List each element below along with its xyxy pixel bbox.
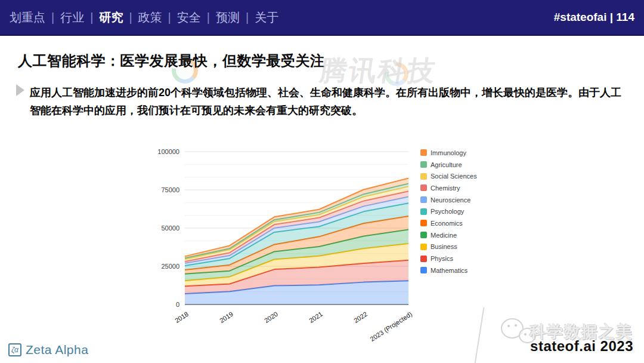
legend-swatch — [420, 184, 427, 191]
legend-swatch — [420, 267, 427, 273]
legend-swatch — [420, 244, 427, 250]
legend-label: Economics — [431, 220, 463, 227]
legend-swatch — [420, 220, 427, 226]
legend-item: Social Sciences — [420, 170, 477, 182]
svg-text:2021: 2021 — [308, 310, 324, 324]
legend-label: Neuroscience — [431, 196, 470, 204]
legend-swatch — [420, 173, 427, 180]
legend-label: Mathematics — [431, 267, 467, 274]
legend-item: Agriculture — [420, 159, 477, 171]
legend-label: Social Sciences — [431, 173, 477, 180]
legend-swatch — [420, 161, 427, 168]
legend-swatch — [420, 196, 427, 203]
legend-swatch — [420, 256, 427, 262]
legend-item: Chemistry — [420, 182, 477, 194]
legend-label: Immunology — [431, 149, 466, 156]
legend-swatch — [420, 149, 427, 156]
legend-item: Economics — [420, 217, 477, 229]
svg-text:50000: 50000 — [161, 224, 179, 232]
legend-label: Agriculture — [431, 161, 462, 168]
svg-text:0: 0 — [176, 301, 179, 308]
legend-item: Mathematics — [420, 264, 477, 276]
legend-item: Immunology — [420, 147, 477, 159]
svg-text:100000: 100000 — [157, 148, 179, 155]
legend-swatch — [420, 232, 427, 238]
slide-body-text: 应用人工智能加速进步的前20个科学领域包括物理、社会、生命和健康科学。在所有出版… — [30, 84, 627, 119]
legend-label: Chemistry — [431, 184, 460, 192]
chart-legend: ImmunologyAgricultureSocial SciencesChem… — [420, 147, 477, 276]
legend-item: Physics — [420, 253, 477, 264]
legend-label: Psychology — [431, 208, 464, 215]
svg-text:25000: 25000 — [161, 263, 179, 270]
legend-item: Neuroscience — [420, 194, 477, 206]
zeta-alpha-label: Zeta Alpha — [26, 343, 88, 357]
legend-swatch — [420, 208, 427, 215]
svg-text:75000: 75000 — [161, 186, 179, 193]
legend-item: Business — [420, 241, 477, 253]
zeta-alpha-logo: ζα Zeta Alpha — [8, 343, 88, 357]
legend-label: Business — [431, 243, 457, 250]
stateofai-brand: stateof.ai 2023 — [530, 338, 633, 355]
svg-text:2022: 2022 — [352, 310, 369, 324]
legend-label: Physics — [431, 255, 453, 262]
svg-text:2019: 2019 — [218, 310, 234, 324]
svg-text:2023 (Projected): 2023 (Projected) — [369, 310, 413, 343]
svg-text:2020: 2020 — [263, 310, 279, 324]
bullet-arrow-icon — [16, 84, 24, 96]
svg-text:2018: 2018 — [174, 310, 190, 324]
zeta-alpha-icon: ζα — [8, 343, 21, 356]
page-title: 人工智能科学：医学发展最快，但数学最受关注 — [18, 51, 325, 70]
legend-item: Medicine — [420, 229, 477, 241]
legend-item: Psychology — [420, 205, 477, 217]
legend-label: Medicine — [431, 232, 457, 239]
